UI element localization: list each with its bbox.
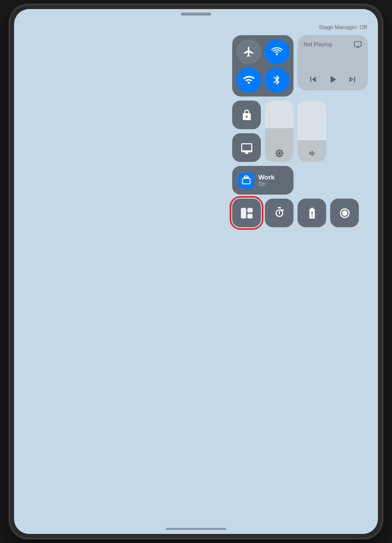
- ipad-screen: Stage Manager: Off: [14, 9, 378, 534]
- row-lock-sliders: [232, 101, 368, 162]
- screen-record-button[interactable]: [330, 199, 359, 227]
- work-status: On: [258, 181, 274, 187]
- now-playing-title: Not Playing: [304, 41, 332, 47]
- brightness-icon: [275, 149, 284, 158]
- stage-manager-button[interactable]: [232, 199, 261, 227]
- brightness-slider[interactable]: [265, 101, 293, 162]
- play-button[interactable]: [327, 73, 339, 85]
- work-focus-button[interactable]: Work On: [232, 166, 293, 195]
- work-focus-icon: [238, 172, 254, 189]
- screen-mirror-button[interactable]: [232, 133, 261, 162]
- ipad-frame: Stage Manager: Off: [10, 5, 382, 538]
- svg-point-4: [342, 210, 347, 216]
- orientation-lock-button[interactable]: [232, 101, 261, 129]
- now-playing-header: Not Playing: [304, 40, 362, 48]
- rewind-button[interactable]: [308, 74, 319, 85]
- bluetooth-button[interactable]: [264, 67, 289, 93]
- forward-button[interactable]: [347, 74, 358, 85]
- low-power-mode-button[interactable]: [298, 199, 326, 227]
- now-playing-block[interactable]: Not Playing: [298, 35, 368, 90]
- svg-rect-1: [247, 208, 253, 212]
- timer-button[interactable]: [265, 199, 293, 227]
- row-focus: Work On: [232, 166, 368, 195]
- control-center: Stage Manager: Off: [232, 24, 368, 227]
- work-text: Work On: [258, 173, 274, 187]
- svg-rect-2: [247, 214, 253, 218]
- work-name: Work: [258, 173, 274, 181]
- svg-rect-0: [241, 208, 246, 218]
- camera-sensor: [181, 13, 211, 16]
- airplay-icon: [354, 40, 362, 48]
- stage-manager-label: Stage Manager: Off: [232, 24, 368, 30]
- media-controls: [304, 73, 362, 85]
- connectivity-block: [232, 35, 293, 97]
- airplane-mode-button[interactable]: [236, 39, 261, 64]
- home-indicator: [166, 528, 226, 530]
- hotspot-button[interactable]: [264, 39, 289, 64]
- top-bar: [14, 9, 378, 19]
- row-connectivity-nowplaying: Not Playing: [232, 35, 368, 97]
- volume-slider[interactable]: [298, 101, 326, 162]
- row-quick-actions: [232, 199, 368, 227]
- volume-icon: [308, 149, 317, 158]
- wifi-button[interactable]: [236, 67, 261, 93]
